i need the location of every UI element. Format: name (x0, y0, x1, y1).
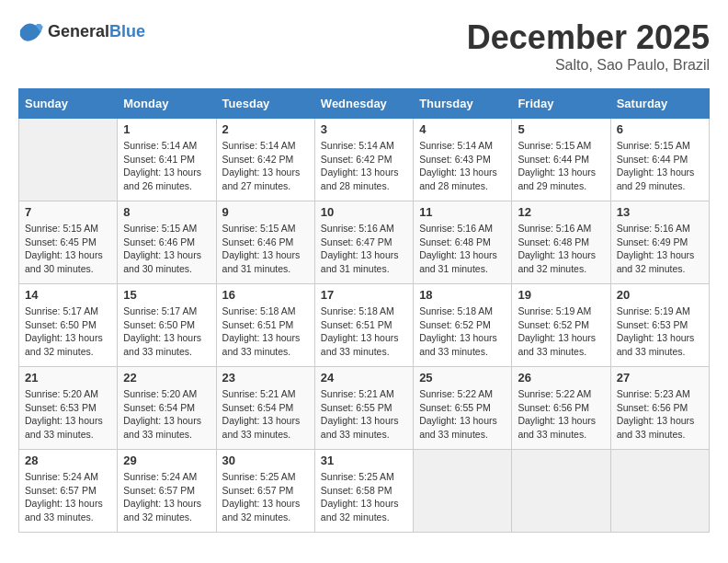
calendar-cell: 4Sunrise: 5:14 AMSunset: 6:43 PMDaylight… (414, 119, 512, 201)
calendar-cell: 13Sunrise: 5:16 AMSunset: 6:49 PMDayligh… (610, 201, 709, 284)
calendar-cell: 1Sunrise: 5:14 AMSunset: 6:41 PMDaylight… (118, 119, 216, 201)
calendar-week-5: 28Sunrise: 5:24 AMSunset: 6:57 PMDayligh… (19, 450, 710, 533)
day-number: 17 (321, 288, 407, 302)
calendar-cell: 6Sunrise: 5:15 AMSunset: 6:44 PMDaylight… (610, 119, 709, 201)
day-header-friday: Friday (512, 89, 610, 119)
day-info: Sunrise: 5:21 AMSunset: 6:55 PMDaylight:… (321, 387, 407, 442)
day-number: 13 (617, 205, 703, 219)
day-info: Sunrise: 5:24 AMSunset: 6:57 PMDaylight:… (25, 470, 111, 524)
day-number: 28 (25, 454, 111, 467)
day-number: 21 (25, 371, 111, 385)
day-number: 18 (419, 288, 506, 302)
day-number: 1 (123, 122, 210, 136)
day-number: 20 (617, 288, 703, 302)
day-number: 4 (419, 122, 506, 136)
day-header-tuesday: Tuesday (216, 89, 314, 119)
day-number: 24 (321, 371, 407, 385)
day-number: 26 (518, 371, 604, 385)
calendar-cell: 17Sunrise: 5:18 AMSunset: 6:51 PMDayligh… (314, 284, 413, 367)
calendar-cell: 5Sunrise: 5:15 AMSunset: 6:44 PMDaylight… (512, 119, 610, 201)
day-info: Sunrise: 5:14 AMSunset: 6:42 PMDaylight:… (222, 139, 309, 193)
day-info: Sunrise: 5:24 AMSunset: 6:57 PMDaylight:… (123, 470, 210, 524)
day-info: Sunrise: 5:22 AMSunset: 6:56 PMDaylight:… (518, 387, 604, 442)
day-number: 31 (321, 454, 407, 467)
day-header-saturday: Saturday (610, 89, 709, 119)
day-header-thursday: Thursday (414, 89, 512, 119)
day-header-wednesday: Wednesday (314, 89, 413, 119)
day-number: 14 (25, 288, 111, 302)
calendar-cell: 30Sunrise: 5:25 AMSunset: 6:57 PMDayligh… (216, 450, 314, 533)
month-title: December 2025 (467, 18, 710, 57)
calendar-cell: 9Sunrise: 5:15 AMSunset: 6:46 PMDaylight… (216, 201, 314, 284)
day-number: 23 (222, 371, 309, 385)
day-info: Sunrise: 5:23 AMSunset: 6:56 PMDaylight:… (617, 387, 703, 442)
day-header-sunday: Sunday (19, 89, 118, 119)
day-info: Sunrise: 5:17 AMSunset: 6:50 PMDaylight:… (123, 304, 210, 359)
day-info: Sunrise: 5:14 AMSunset: 6:41 PMDaylight:… (123, 139, 210, 193)
day-number: 29 (123, 454, 210, 467)
day-info: Sunrise: 5:15 AMSunset: 6:44 PMDaylight:… (617, 139, 703, 193)
day-info: Sunrise: 5:16 AMSunset: 6:48 PMDaylight:… (518, 222, 604, 276)
calendar-cell: 7Sunrise: 5:15 AMSunset: 6:45 PMDaylight… (19, 201, 118, 284)
day-info: Sunrise: 5:15 AMSunset: 6:45 PMDaylight:… (25, 222, 111, 276)
calendar-cell: 22Sunrise: 5:20 AMSunset: 6:54 PMDayligh… (118, 367, 216, 450)
calendar-week-3: 14Sunrise: 5:17 AMSunset: 6:50 PMDayligh… (19, 284, 710, 367)
day-info: Sunrise: 5:19 AMSunset: 6:53 PMDaylight:… (617, 304, 703, 359)
day-info: Sunrise: 5:18 AMSunset: 6:51 PMDaylight:… (222, 304, 309, 359)
day-number: 25 (419, 371, 506, 385)
calendar-cell: 23Sunrise: 5:21 AMSunset: 6:54 PMDayligh… (216, 367, 314, 450)
day-number: 6 (617, 122, 703, 136)
calendar-cell: 14Sunrise: 5:17 AMSunset: 6:50 PMDayligh… (19, 284, 118, 367)
day-info: Sunrise: 5:15 AMSunset: 6:46 PMDaylight:… (123, 222, 210, 276)
calendar-cell (610, 450, 709, 533)
day-info: Sunrise: 5:22 AMSunset: 6:55 PMDaylight:… (419, 387, 506, 442)
day-number: 3 (321, 122, 407, 136)
calendar-cell: 10Sunrise: 5:16 AMSunset: 6:47 PMDayligh… (314, 201, 413, 284)
day-info: Sunrise: 5:25 AMSunset: 6:57 PMDaylight:… (222, 470, 309, 524)
day-info: Sunrise: 5:17 AMSunset: 6:50 PMDaylight:… (25, 304, 111, 359)
day-number: 27 (617, 371, 703, 385)
calendar-cell: 12Sunrise: 5:16 AMSunset: 6:48 PMDayligh… (512, 201, 610, 284)
calendar-cell: 8Sunrise: 5:15 AMSunset: 6:46 PMDaylight… (118, 201, 216, 284)
day-info: Sunrise: 5:19 AMSunset: 6:52 PMDaylight:… (518, 304, 604, 359)
day-number: 15 (123, 288, 210, 302)
day-info: Sunrise: 5:15 AMSunset: 6:44 PMDaylight:… (518, 139, 604, 193)
header: GeneralBlue December 2025 Salto, Sao Pau… (18, 18, 710, 74)
calendar-cell: 26Sunrise: 5:22 AMSunset: 6:56 PMDayligh… (512, 367, 610, 450)
day-number: 30 (222, 454, 309, 467)
calendar-cell: 2Sunrise: 5:14 AMSunset: 6:42 PMDaylight… (216, 119, 314, 201)
logo-general-text: General (48, 22, 109, 40)
day-info: Sunrise: 5:18 AMSunset: 6:51 PMDaylight:… (321, 304, 407, 359)
day-number: 5 (518, 122, 604, 136)
logo-icon (18, 18, 44, 44)
calendar-cell (512, 450, 610, 533)
logo: GeneralBlue (18, 18, 145, 44)
calendar-body: 1Sunrise: 5:14 AMSunset: 6:41 PMDaylight… (19, 119, 710, 533)
calendar-cell: 27Sunrise: 5:23 AMSunset: 6:56 PMDayligh… (610, 367, 709, 450)
day-info: Sunrise: 5:25 AMSunset: 6:58 PMDaylight:… (321, 470, 407, 524)
calendar-cell: 21Sunrise: 5:20 AMSunset: 6:53 PMDayligh… (19, 367, 118, 450)
calendar-header-row: SundayMondayTuesdayWednesdayThursdayFrid… (19, 89, 710, 119)
day-info: Sunrise: 5:14 AMSunset: 6:42 PMDaylight:… (321, 139, 407, 193)
day-number: 12 (518, 205, 604, 219)
calendar-cell: 15Sunrise: 5:17 AMSunset: 6:50 PMDayligh… (118, 284, 216, 367)
calendar-cell: 19Sunrise: 5:19 AMSunset: 6:52 PMDayligh… (512, 284, 610, 367)
calendar-cell: 16Sunrise: 5:18 AMSunset: 6:51 PMDayligh… (216, 284, 314, 367)
day-number: 9 (222, 205, 309, 219)
location-title: Salto, Sao Paulo, Brazil (467, 57, 710, 74)
calendar-cell (414, 450, 512, 533)
calendar-week-4: 21Sunrise: 5:20 AMSunset: 6:53 PMDayligh… (19, 367, 710, 450)
calendar-cell: 24Sunrise: 5:21 AMSunset: 6:55 PMDayligh… (314, 367, 413, 450)
day-info: Sunrise: 5:16 AMSunset: 6:49 PMDaylight:… (617, 222, 703, 276)
day-info: Sunrise: 5:18 AMSunset: 6:52 PMDaylight:… (419, 304, 506, 359)
day-number: 10 (321, 205, 407, 219)
day-info: Sunrise: 5:16 AMSunset: 6:47 PMDaylight:… (321, 222, 407, 276)
calendar-cell: 31Sunrise: 5:25 AMSunset: 6:58 PMDayligh… (314, 450, 413, 533)
calendar-cell: 3Sunrise: 5:14 AMSunset: 6:42 PMDaylight… (314, 119, 413, 201)
calendar-table: SundayMondayTuesdayWednesdayThursdayFrid… (18, 88, 710, 533)
calendar-cell (19, 119, 118, 201)
day-number: 2 (222, 122, 309, 136)
day-number: 19 (518, 288, 604, 302)
title-area: December 2025 Salto, Sao Paulo, Brazil (467, 18, 710, 74)
calendar-cell: 29Sunrise: 5:24 AMSunset: 6:57 PMDayligh… (118, 450, 216, 533)
